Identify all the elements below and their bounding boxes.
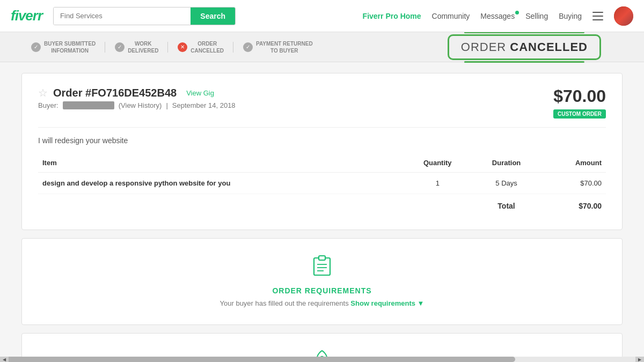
order-header: ☆ Order #FO716DE452B48 View Gig Buyer: N… (38, 86, 606, 119)
col-header-duration: Duration (472, 153, 541, 173)
search-button[interactable]: Search (191, 8, 235, 25)
table-header-row: Item Quantity Duration Amount (38, 153, 606, 173)
avatar[interactable] (614, 6, 633, 26)
cancelled-badge-inner: ORDER CANCELLED (448, 34, 601, 60)
buyer-name: N___________a (63, 101, 114, 109)
total-label: Total (472, 194, 541, 217)
row-duration: 5 Days (472, 173, 541, 194)
logo[interactable]: fiverr (11, 8, 42, 24)
scroll-right-arrow[interactable]: ▶ (635, 357, 644, 362)
step-work-delivered: WORK DELIVERED (105, 40, 168, 54)
search-bar: Search (53, 7, 236, 25)
header: fiverr Search Fiverr Pro Home Community … (0, 0, 644, 32)
progress-bar: BUYER SUBMITTED INFORMATION WORK DELIVER… (0, 32, 644, 62)
step-payment-returned-icon (243, 42, 253, 52)
requirements-title: ORDER REQUIREMENTS (38, 286, 606, 295)
step-order-cancelled: ORDER CANCELLED (168, 40, 233, 54)
row-quantity: 1 (403, 173, 472, 194)
step-order-cancelled-icon (178, 42, 187, 52)
avatar-image (614, 6, 633, 26)
view-gig-link[interactable]: View Gig (186, 89, 214, 97)
order-table: Item Quantity Duration Amount design and… (38, 153, 606, 217)
order-title-row: ☆ Order #FO716DE452B48 View Gig (38, 86, 236, 99)
search-input[interactable] (54, 8, 191, 25)
favorite-star-icon[interactable]: ☆ (38, 86, 48, 99)
date-separator: | (166, 101, 167, 109)
order-cancelled-badge: ORDER CANCELLED (448, 34, 601, 60)
custom-order-badge: CUSTOM ORDER (553, 109, 606, 119)
nav-messages[interactable]: Messages (480, 12, 515, 20)
nav-pro-home[interactable]: Fiverr Pro Home (363, 12, 421, 20)
requirements-text: Your buyer has filled out the requiremen… (38, 299, 606, 307)
cancelled-badge-text: ORDER CANCELLED (461, 40, 588, 54)
divider-1 (38, 127, 606, 128)
order-description: I will redesign your website (38, 136, 606, 145)
step-payment-returned: PAYMENT RETURNED TO BUYER (233, 40, 323, 54)
total-empty-2 (403, 194, 472, 217)
step-buyer-submitted-label: BUYER SUBMITTED INFORMATION (44, 40, 96, 54)
scroll-left-arrow[interactable]: ◀ (0, 357, 9, 362)
step-buyer-submitted: BUYER SUBMITTED INFORMATION (21, 40, 105, 54)
nav-buying[interactable]: Buying (559, 12, 582, 20)
horizontal-scrollbar[interactable] (0, 357, 644, 362)
step-work-delivered-icon (115, 42, 125, 52)
step-payment-returned-label: PAYMENT RETURNED TO BUYER (256, 40, 313, 54)
messages-notification-dot (515, 11, 519, 14)
clipboard-icon (312, 254, 332, 276)
main-content: ☆ Order #FO716DE452B48 View Gig Buyer: N… (0, 62, 644, 362)
order-price: $70.00 (553, 86, 606, 106)
col-header-amount: Amount (541, 153, 606, 173)
total-empty-1 (38, 194, 403, 217)
search-input-wrap: Search (53, 7, 236, 25)
progress-steps: BUYER SUBMITTED INFORMATION WORK DELIVER… (21, 40, 323, 54)
step-work-delivered-label: WORK DELIVERED (128, 40, 158, 54)
header-nav: Fiverr Pro Home Community Messages Selli… (363, 6, 633, 26)
order-meta: Buyer: N___________a (View History) | Se… (38, 101, 236, 109)
requirements-card: ORDER REQUIREMENTS Your buyer has filled… (21, 238, 623, 325)
order-price-section: $70.00 CUSTOM ORDER (553, 86, 606, 119)
view-history-link[interactable]: (View History) (119, 101, 162, 109)
total-value: $70.00 (541, 194, 606, 217)
row-amount: $70.00 (541, 173, 606, 194)
step-buyer-submitted-icon (31, 42, 41, 52)
step-order-cancelled-label: ORDER CANCELLED (191, 40, 224, 54)
buyer-label: Buyer: (38, 101, 58, 109)
col-header-item: Item (38, 153, 403, 173)
order-date: September 14, 2018 (172, 101, 236, 109)
nav-selling[interactable]: Selling (525, 12, 548, 20)
order-card: ☆ Order #FO716DE452B48 View Gig Buyer: N… (21, 73, 623, 230)
col-header-quantity: Quantity (403, 153, 472, 173)
total-row: Total $70.00 (38, 194, 606, 217)
svg-rect-1 (319, 256, 325, 260)
order-title: Order #FO716DE452B48 (53, 87, 177, 99)
nav-community[interactable]: Community (432, 12, 470, 20)
order-title-section: ☆ Order #FO716DE452B48 View Gig Buyer: N… (38, 86, 236, 109)
scrollbar-thumb[interactable] (0, 357, 515, 362)
requirements-icon (38, 254, 606, 281)
stats-icon[interactable] (592, 12, 603, 20)
show-requirements-link[interactable]: Show requirements ▼ (350, 299, 424, 307)
table-row: design and develop a responsive python w… (38, 173, 606, 194)
row-item: design and develop a responsive python w… (38, 173, 403, 194)
